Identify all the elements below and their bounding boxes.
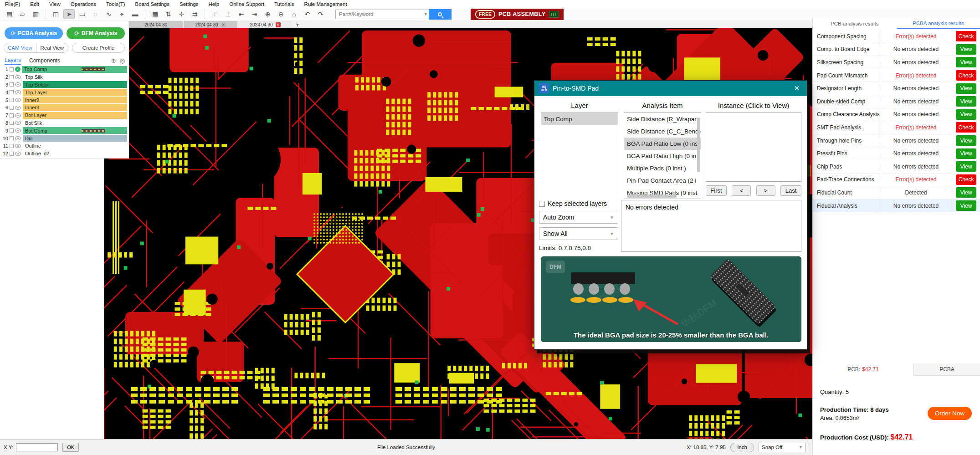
view-button[interactable]: View [956, 44, 976, 55]
tab-pcba-price[interactable]: PCBA [914, 363, 980, 376]
tab-cam-view[interactable]: CAM View [4, 43, 36, 52]
menu-item-help[interactable]: Help [204, 1, 225, 7]
menu-item-edit[interactable]: Edit [25, 1, 44, 7]
route-check-icon[interactable]: ⇉ [189, 9, 200, 19]
coordinate-input[interactable] [16, 443, 58, 451]
layer-row-inner2[interactable]: 5Inner2 [2, 96, 127, 104]
pcba-analysis-button[interactable]: ⟳PCBA Analysis [5, 27, 63, 39]
eye-icon[interactable] [15, 144, 21, 148]
eye-icon[interactable] [15, 106, 21, 110]
check-icon[interactable]: ✓ [15, 66, 21, 72]
view-button[interactable]: View [956, 161, 976, 172]
document-tab-2[interactable]: 2024 04 30✕ [184, 21, 237, 28]
layer-row-outline[interactable]: 11Outline [2, 142, 127, 150]
layer-row-top-comp[interactable]: 1✓Top Comp [2, 66, 127, 73]
instance-listbox[interactable] [706, 112, 801, 182]
free-pcb-assembly-banner[interactable]: FREE PCB ASSEMBLY [471, 9, 564, 20]
layer-row-dril[interactable]: 10Dril [2, 134, 127, 142]
eye-icon[interactable] [15, 113, 21, 118]
layer-checkbox[interactable] [10, 67, 14, 72]
zoom-out-icon[interactable]: ⊖ [275, 9, 287, 19]
layer-checkbox[interactable] [10, 136, 14, 140]
target-icon[interactable]: ◎ [120, 57, 125, 64]
search-button[interactable] [429, 9, 452, 20]
add-tab-button[interactable]: + [293, 21, 302, 28]
check-button[interactable]: Check [956, 70, 976, 81]
layer-row-top-solder[interactable]: 3Top Solder [2, 81, 127, 89]
align-left-icon[interactable]: ⇤ [236, 9, 247, 19]
layer-checkbox[interactable] [10, 144, 14, 148]
view-button[interactable]: View [956, 135, 976, 146]
grid-view-icon[interactable]: ▦ [149, 9, 161, 19]
vertical-scrollbar[interactable] [697, 118, 700, 172]
eye-icon[interactable] [15, 75, 21, 79]
menu-item-file-f[interactable]: File(F) [0, 1, 25, 7]
create-profile-button[interactable]: Create Profile [72, 43, 125, 53]
menu-item-settings[interactable]: Settings [174, 1, 204, 7]
redo-icon[interactable]: ↷ [315, 9, 326, 19]
layer-checkbox[interactable] [10, 90, 14, 94]
tab-components[interactable]: Components [29, 57, 60, 64]
part-search-icon[interactable]: ✛ [176, 9, 187, 19]
layer-row-top-silk[interactable]: 2Top Silk [2, 73, 127, 81]
close-icon[interactable]: ✕ [791, 84, 802, 92]
document-tab-3[interactable]: 2024 04 30✕ [238, 21, 292, 28]
add-layer-icon[interactable]: ⊕ [111, 57, 116, 64]
eye-icon[interactable] [15, 152, 21, 156]
eye-icon[interactable] [15, 98, 21, 102]
horizontal-scrollbar[interactable] [627, 194, 677, 198]
dfm-analysis-button[interactable]: ⟳DFM Analysis [67, 27, 125, 39]
order-now-button[interactable]: Order Now [928, 407, 972, 420]
zoom-in-icon[interactable]: ⊕ [262, 9, 273, 19]
area-select-icon[interactable]: ▭ [77, 9, 88, 19]
analysis-item[interactable]: Multiple Pads (0 inst.) [624, 162, 701, 174]
analysis-item[interactable]: Pin-Pad Contact Area (2 i [624, 174, 701, 187]
menu-item-online-support[interactable]: Online Support [224, 1, 269, 7]
measure-ruler-icon[interactable]: ▬ [129, 9, 141, 19]
panel-toggle-icon[interactable]: ◫ [50, 9, 62, 19]
close-icon[interactable]: ✕ [276, 22, 281, 27]
results-tab-pcb[interactable]: PCB analysis results [813, 18, 897, 29]
layer-item[interactable]: Top Comp [541, 113, 618, 125]
results-tab-pcba[interactable]: PCBA analysis results [897, 18, 980, 29]
align-top-icon[interactable]: ⊤ [209, 9, 221, 19]
analysis-item-listbox[interactable]: Side Distance (R_WraparSide Distance (C_… [624, 112, 701, 199]
first-button[interactable]: First [706, 185, 727, 196]
check-button[interactable]: Check [956, 122, 976, 133]
layer-checkbox[interactable] [10, 152, 14, 156]
select-cursor-icon[interactable]: ➤ [63, 9, 75, 19]
layer-row-bot-layer[interactable]: 7Bot Layer [2, 112, 127, 119]
tab-layers[interactable]: Layers [5, 57, 21, 65]
prev-button[interactable]: < [732, 185, 751, 196]
layer-row-bot-silk[interactable]: 8Bot Silk [2, 119, 127, 127]
deselect-icon[interactable]: ⌖ [116, 9, 128, 19]
undo-icon[interactable]: ↶ [302, 9, 313, 19]
layer-row-top-layer[interactable]: 4Top Layer [2, 88, 127, 96]
ok-button[interactable]: OK [62, 443, 79, 452]
tab-pcb-price[interactable]: PCB: $42.71 [813, 363, 914, 376]
layer-checkbox[interactable] [10, 128, 14, 133]
zoom-mode-dropdown[interactable]: Auto Zoom▼ [539, 211, 618, 224]
layer-row-bot-comp[interactable]: 9Bot Comp [2, 127, 127, 134]
check-button[interactable]: Check [956, 31, 976, 41]
view-button[interactable]: View [956, 148, 976, 159]
layer-checkbox[interactable] [10, 113, 14, 118]
menu-item-view[interactable]: View [44, 1, 66, 7]
layer-checkbox[interactable] [10, 82, 14, 87]
analysis-item[interactable]: Side Distance (R_Wrapar [624, 113, 701, 125]
search-input[interactable] [335, 10, 430, 19]
layer-checkbox[interactable] [10, 121, 14, 125]
component-align-icon[interactable]: ⇅ [163, 9, 174, 19]
view-button[interactable]: View [956, 187, 976, 198]
keep-selected-layers-checkbox[interactable]: Keep selected layers [539, 200, 607, 207]
snap-dropdown[interactable]: Snap Off▼ [759, 443, 806, 452]
tab-real-view[interactable]: Real View [36, 43, 68, 52]
menu-item-board-settings[interactable]: Board Settings [130, 1, 174, 7]
close-icon[interactable]: ✕ [221, 22, 226, 27]
analysis-item[interactable]: BGA Pad Ratio Low (0 ins [624, 138, 701, 150]
view-button[interactable]: View [956, 109, 976, 120]
eye-icon[interactable] [15, 136, 21, 140]
align-right-icon[interactable]: ⇥ [249, 9, 260, 19]
layer-row-inner3[interactable]: 6Inner3 [2, 104, 127, 112]
align-bottom-icon[interactable]: ⊥ [222, 9, 234, 19]
